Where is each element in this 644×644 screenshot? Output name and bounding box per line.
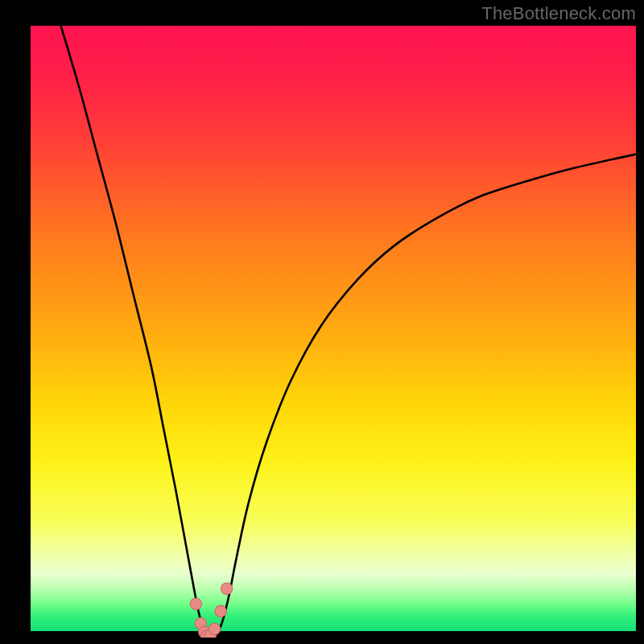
highlight-dot	[190, 598, 201, 609]
highlight-dots	[190, 583, 233, 638]
bottleneck-curve	[31, 26, 636, 638]
highlight-dot	[215, 605, 226, 617]
highlight-dot	[208, 623, 220, 634]
chart-frame: TheBottleneck.com	[0, 0, 644, 644]
plot-area	[31, 26, 636, 638]
highlight-dot	[221, 583, 233, 594]
watermark-text: TheBottleneck.com	[481, 3, 636, 24]
